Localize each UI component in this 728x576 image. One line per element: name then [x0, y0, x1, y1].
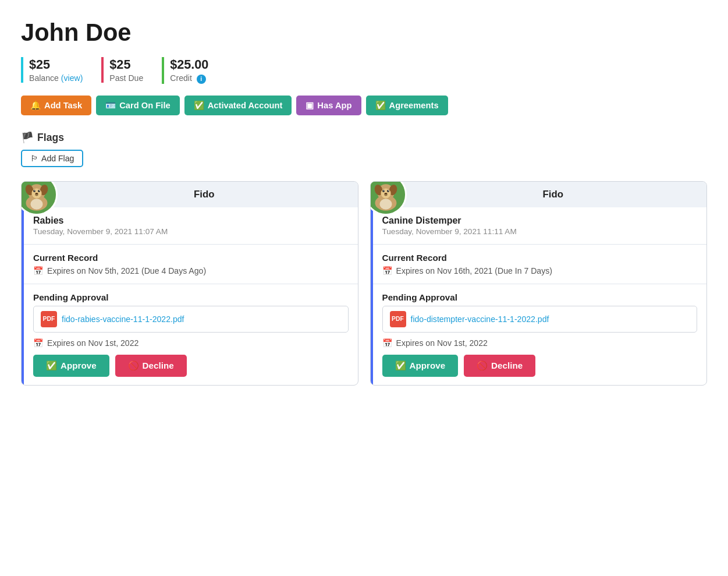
- credit-stat: $25.00 Credit i: [162, 57, 208, 84]
- stats-row: $25 Balance (view) $25 Past Due $25.00 C…: [21, 57, 707, 84]
- pdf-link-box-1[interactable]: PDF fido-distempter-vaccine-11-1-2022.pd…: [382, 306, 698, 333]
- pending-approval-section-0: Pending Approval PDF fido-rabies-vaccine…: [24, 284, 358, 385]
- activated-account-button[interactable]: ✅ Activated Account: [184, 96, 292, 115]
- current-expiry-1: 📅 Expires on Nov 16th, 2021 (Due In 7 Da…: [382, 266, 698, 275]
- agreements-button[interactable]: ✅ Agreements: [366, 96, 448, 115]
- vaccine-name-1: Canine Distemper: [382, 215, 698, 226]
- svg-point-19: [386, 190, 389, 192]
- decline-ban-icon-0: 🚫: [128, 361, 139, 371]
- current-record-section-0: Current Record 📅 Expires on Nov 5th, 202…: [24, 245, 358, 284]
- pdf-filename-0: fido-rabies-vaccine-11-1-2022.pdf: [62, 314, 184, 324]
- pending-approval-title-1: Pending Approval: [382, 292, 698, 302]
- check-square-icon: ✅: [375, 100, 386, 111]
- credit-label: Credit i: [170, 73, 208, 84]
- current-record-title-0: Current Record: [33, 253, 349, 263]
- decline-button-0[interactable]: 🚫 Decline: [115, 355, 187, 377]
- svg-point-11: [30, 199, 42, 209]
- card-header-1: Fido: [371, 182, 707, 207]
- pdf-link-box-0[interactable]: PDF fido-rabies-vaccine-11-1-2022.pdf: [33, 306, 349, 333]
- action-buttons-row: 🔔 Add Task 🪪 Card On File ✅ Activated Ac…: [21, 96, 707, 115]
- balance-view-link[interactable]: (view): [61, 73, 83, 83]
- svg-point-8: [34, 190, 35, 190]
- card-on-file-button[interactable]: 🪪 Card On File: [96, 96, 180, 115]
- balance-stat: $25 Balance (view): [21, 57, 83, 83]
- pdf-icon-0: PDF: [41, 311, 57, 327]
- flag-add-icon: 🏳: [30, 154, 38, 163]
- card-pet-name-0: Fido: [194, 189, 214, 200]
- decline-button-1[interactable]: 🚫 Decline: [464, 355, 535, 377]
- past-due-amount: $25: [109, 57, 143, 72]
- pending-expiry-1: 📅 Expires on Nov 1st, 2022: [382, 338, 698, 348]
- approve-check-icon-1: ✅: [395, 361, 406, 371]
- calendar-icon-0: 📅: [33, 266, 44, 275]
- card-header-0: Fido: [22, 182, 358, 207]
- pending-approval-section-1: Pending Approval PDF fido-distempter-vac…: [373, 284, 707, 385]
- svg-point-18: [382, 190, 385, 192]
- add-task-button[interactable]: 🔔 Add Task: [21, 96, 91, 115]
- vaccine-card-1: Fido Canine Distemper Tuesday, November …: [370, 181, 708, 386]
- calendar-icon-1: 📅: [382, 266, 393, 275]
- card-action-buttons-0: ✅ Approve 🚫 Decline: [33, 355, 349, 377]
- calendar-pending-icon-1: 📅: [382, 338, 393, 348]
- svg-point-23: [379, 199, 392, 209]
- current-expiry-0: 📅 Expires on Nov 5th, 2021 (Due 4 Days A…: [33, 266, 349, 275]
- decline-ban-icon-1: 🚫: [477, 361, 488, 371]
- current-record-title-1: Current Record: [382, 253, 698, 263]
- flags-title: 🏴 Flags: [21, 132, 707, 144]
- card-body-0: Rabies Tuesday, November 9, 2021 11:07 A…: [22, 207, 358, 385]
- svg-point-9: [39, 190, 40, 190]
- svg-point-10: [35, 193, 38, 195]
- pending-expiry-0: 📅 Expires on Nov 1st, 2022: [33, 338, 349, 348]
- card-action-buttons-1: ✅ Approve 🚫 Decline: [382, 355, 698, 377]
- page-title: John Doe: [21, 19, 707, 47]
- svg-point-22: [384, 193, 387, 195]
- checkmark-icon: ✅: [194, 100, 204, 111]
- card-icon: 🪪: [105, 100, 116, 111]
- vaccine-card-0: Fido Rabies Tuesday, November 9, 2021 11…: [21, 181, 358, 386]
- calendar-pending-icon-0: 📅: [33, 338, 44, 348]
- vaccine-info-section-0: Rabies Tuesday, November 9, 2021 11:07 A…: [24, 207, 358, 245]
- flags-section: 🏴 Flags 🏳 Add Flag: [21, 132, 707, 167]
- vaccine-cards-row: Fido Rabies Tuesday, November 9, 2021 11…: [21, 181, 707, 386]
- app-icon: ▣: [306, 100, 314, 110]
- vaccine-date-0: Tuesday, November 9, 2021 11:07 AM: [33, 227, 349, 236]
- svg-point-20: [383, 190, 384, 190]
- flag-icon: 🏴: [21, 132, 34, 144]
- pdf-icon-1: PDF: [390, 311, 406, 327]
- vaccine-info-section-1: Canine Distemper Tuesday, November 9, 20…: [373, 207, 707, 245]
- current-record-section-1: Current Record 📅 Expires on Nov 16th, 20…: [373, 245, 707, 284]
- card-pet-name-1: Fido: [543, 189, 563, 200]
- bell-icon: 🔔: [30, 100, 41, 111]
- pdf-filename-1: fido-distempter-vaccine-11-1-2022.pdf: [411, 314, 549, 324]
- card-body-1: Canine Distemper Tuesday, November 9, 20…: [371, 207, 707, 385]
- vaccine-name-0: Rabies: [33, 215, 349, 226]
- credit-info-icon[interactable]: i: [197, 75, 206, 84]
- balance-amount: $25: [29, 57, 83, 72]
- approve-check-icon-0: ✅: [46, 361, 57, 371]
- approve-button-0[interactable]: ✅ Approve: [33, 355, 109, 377]
- past-due-label: Past Due: [109, 73, 143, 83]
- svg-point-6: [33, 190, 35, 192]
- credit-amount: $25.00: [170, 57, 208, 72]
- vaccine-date-1: Tuesday, November 9, 2021 11:11 AM: [382, 227, 698, 236]
- past-due-stat: $25 Past Due: [101, 57, 143, 83]
- approve-button-1[interactable]: ✅ Approve: [382, 355, 459, 377]
- svg-point-7: [38, 190, 40, 192]
- has-app-button[interactable]: ▣ Has App: [296, 96, 361, 115]
- add-flag-button[interactable]: 🏳 Add Flag: [21, 150, 83, 167]
- pending-approval-title-0: Pending Approval: [33, 292, 349, 302]
- balance-label: Balance (view): [29, 73, 83, 83]
- svg-point-21: [388, 190, 388, 190]
